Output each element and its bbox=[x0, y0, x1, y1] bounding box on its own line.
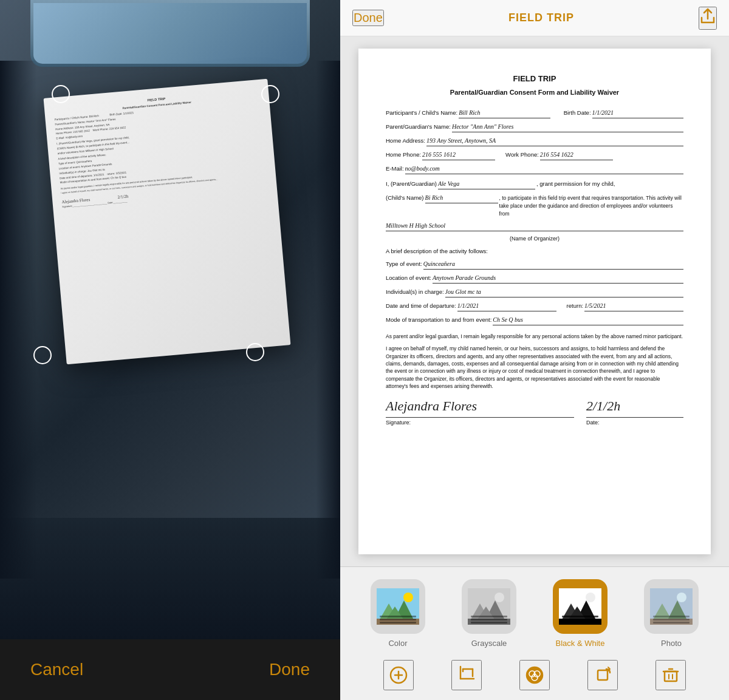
bw-filter-icon-wrap bbox=[553, 579, 608, 634]
floor-bg bbox=[0, 518, 340, 639]
svg-rect-6 bbox=[380, 616, 416, 617]
work-phone-value: 216 554 1622 bbox=[540, 150, 613, 160]
ceiling-window bbox=[30, 0, 310, 67]
svg-point-28 bbox=[677, 593, 686, 602]
svg-rect-8 bbox=[380, 622, 416, 624]
svg-rect-34 bbox=[653, 622, 690, 624]
home-phone-value: 216 555 1612 bbox=[422, 150, 495, 160]
email-row: E-Mail: no@body.com bbox=[386, 164, 683, 174]
birth-date-label: Birth Date: bbox=[564, 109, 591, 117]
done-button[interactable]: Done bbox=[269, 660, 310, 679]
add-button[interactable] bbox=[383, 660, 414, 690]
grant-text: , grant permission for my child, bbox=[536, 180, 615, 188]
svg-rect-16 bbox=[471, 619, 507, 620]
parent-value: Hector "Ann Ann" Flores bbox=[452, 122, 683, 132]
header-done-button[interactable]: Done bbox=[352, 10, 384, 26]
svg-rect-24 bbox=[562, 616, 598, 617]
color-filter-icon-wrap bbox=[371, 579, 425, 634]
home-phone-label: Home Phone: bbox=[386, 151, 421, 159]
parent-guardian-label: I, (Parent/Guardian) bbox=[386, 180, 437, 188]
location-label: Location of event: bbox=[386, 274, 431, 282]
filter-color[interactable]: Color bbox=[371, 579, 425, 648]
transport-label: Mode of transportation to and from event… bbox=[386, 316, 491, 324]
return-value: 1/5/2021 bbox=[584, 301, 683, 311]
participant-row: Participant's / Child's Name: Bill Rich … bbox=[386, 108, 683, 118]
grayscale-filter-icon bbox=[468, 588, 510, 625]
location-value: Anytown Parade Grounds bbox=[433, 273, 683, 284]
consent-section: I, (Parent/Guardian) Ale Vega , grant pe… bbox=[386, 179, 683, 243]
filter-options: Color Graysca bbox=[340, 567, 729, 654]
svg-rect-32 bbox=[653, 616, 690, 617]
color-filter-label: Color bbox=[388, 639, 407, 648]
legal-text-1: As parent and/or legal guardian, I remai… bbox=[386, 333, 683, 340]
address-label: Home Address: bbox=[386, 137, 425, 145]
doc-title: FIELD TRIP bbox=[386, 73, 683, 85]
location-row: Location of event: Anytown Parade Ground… bbox=[386, 273, 683, 284]
svg-point-1 bbox=[403, 593, 413, 602]
transport-row: Mode of transportation to and from event… bbox=[386, 315, 683, 325]
date-label: Date: bbox=[586, 417, 683, 427]
grayscale-filter-label: Grayscale bbox=[471, 639, 507, 648]
document-page: FIELD TRIP Parental/Guardian Consent For… bbox=[358, 49, 711, 554]
parent-guardian-value: Ale Vega bbox=[438, 179, 535, 189]
organizer-row: Milltown H High School bbox=[386, 221, 683, 231]
corner-handle-top-right[interactable] bbox=[261, 85, 279, 103]
description-text: A brief description of the activity foll… bbox=[386, 247, 683, 256]
filter-icon bbox=[525, 665, 544, 685]
transport-value: Ch Se Q bus bbox=[493, 315, 683, 325]
individuals-value: Jou Glot mc ta bbox=[445, 287, 683, 297]
filter-black-white[interactable]: Black & White bbox=[553, 579, 608, 648]
svg-rect-33 bbox=[653, 619, 690, 620]
parent-guardian-row: I, (Parent/Guardian) Ale Vega , grant pe… bbox=[386, 179, 683, 189]
work-phone-label: Work Phone: bbox=[505, 151, 539, 159]
svg-rect-7 bbox=[380, 619, 416, 620]
scanned-document-preview: FIELD TRIP Parental/Guardian Consent For… bbox=[44, 79, 291, 365]
camera-view: FIELD TRIP Parental/Guardian Consent For… bbox=[0, 0, 340, 639]
doc-subtitle: Parental/Guardian Consent Form and Liabi… bbox=[386, 87, 683, 98]
camera-panel: FIELD TRIP Parental/Guardian Consent For… bbox=[0, 0, 340, 700]
filter-photo[interactable]: Photo bbox=[644, 579, 699, 648]
camera-bottom-bar: Cancel Done bbox=[0, 639, 340, 700]
date-value: 2/1/2h bbox=[586, 396, 683, 416]
color-filter-icon bbox=[377, 588, 419, 625]
svg-rect-48 bbox=[665, 671, 677, 681]
corner-handle-bottom-left[interactable] bbox=[33, 346, 52, 364]
photo-filter-label: Photo bbox=[661, 639, 682, 648]
event-type-label: Type of event: bbox=[386, 260, 422, 268]
header-title: FIELD TRIP bbox=[508, 12, 574, 24]
add-icon bbox=[389, 665, 408, 685]
document-header: Done FIELD TRIP bbox=[340, 0, 729, 36]
filter-grayscale[interactable]: Grayscale bbox=[462, 579, 516, 648]
corner-handle-top-left[interactable] bbox=[52, 85, 70, 103]
legal-text-2: I agree on behalf of myself, my child na… bbox=[386, 345, 683, 390]
signature-line: Alejandra Flores Signature: bbox=[386, 396, 574, 427]
delete-button[interactable] bbox=[655, 660, 686, 690]
individuals-row: Individual(s) in charge: Jou Glot mc ta bbox=[386, 287, 683, 297]
filter-button[interactable] bbox=[519, 660, 550, 690]
share-button[interactable] bbox=[699, 7, 717, 30]
address-value: 193 Any Street, Anytown, SA bbox=[426, 136, 683, 146]
return-label: return: bbox=[567, 302, 583, 310]
participant-label: Participant's / Child's Name: bbox=[386, 109, 457, 117]
birth-date-value: 1/1/2021 bbox=[592, 108, 683, 118]
child-name-value: Bi Rich bbox=[425, 193, 498, 203]
individuals-label: Individual(s) in charge: bbox=[386, 288, 444, 296]
signature-label: Signature: bbox=[386, 417, 574, 427]
grayscale-filter-icon-wrap bbox=[462, 579, 516, 634]
rotate-button[interactable] bbox=[587, 660, 618, 690]
email-label: E-Mail: bbox=[386, 165, 404, 173]
svg-rect-26 bbox=[562, 622, 598, 624]
cancel-button[interactable]: Cancel bbox=[30, 660, 83, 679]
right-shadow bbox=[316, 61, 340, 579]
crop-button[interactable] bbox=[451, 660, 482, 690]
child-name-row: (Child's Name) Bi Rich , to participate … bbox=[386, 193, 683, 217]
svg-rect-15 bbox=[471, 616, 507, 617]
departure-value: 1/1/2021 bbox=[457, 301, 556, 311]
corner-handle-bottom-right[interactable] bbox=[246, 343, 264, 361]
date-line: 2/1/2h Date: bbox=[586, 396, 683, 427]
rotate-icon bbox=[593, 665, 612, 685]
document-scroll-area[interactable]: FIELD TRIP Parental/Guardian Consent For… bbox=[340, 36, 729, 566]
field-trip-text: , to participate in this field trip even… bbox=[499, 194, 683, 217]
bottom-toolbar: Color Graysca bbox=[340, 566, 729, 700]
departure-row: Date and time of departure: 1/1/2021 ret… bbox=[386, 301, 683, 311]
